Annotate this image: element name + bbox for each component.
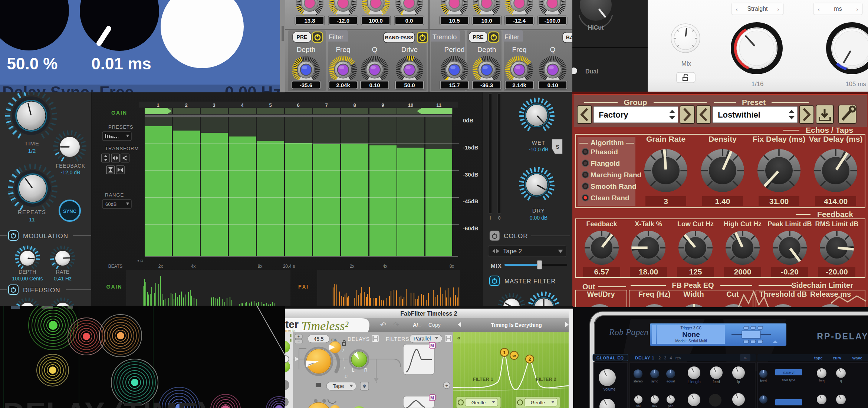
svg-text:-36.3: -36.3 — [480, 82, 493, 88]
svg-text:♪: ♪ — [343, 365, 346, 371]
svg-text:GAIN: GAIN — [111, 110, 127, 116]
svg-text:Phasoid: Phasoid — [591, 148, 618, 156]
svg-text:REPEATS: REPEATS — [18, 209, 46, 215]
svg-text:state vf: state vf — [783, 371, 795, 375]
svg-text:Trigger 3 CC: Trigger 3 CC — [681, 326, 702, 330]
svg-text:10.5: 10.5 — [449, 17, 460, 24]
svg-text:15.7: 15.7 — [449, 82, 460, 88]
svg-text:Straight: Straight — [747, 6, 768, 12]
svg-text:Period: Period — [444, 46, 465, 53]
svg-text:feed: feed — [760, 379, 767, 383]
svg-text:-60dB: -60dB — [463, 225, 479, 231]
svg-text:feed: feed — [713, 380, 720, 384]
svg-text:tape: tape — [814, 356, 823, 360]
svg-text:RP-DELAY: RP-DELAY — [817, 332, 868, 341]
svg-text:Freq: Freq — [336, 46, 350, 53]
svg-text:5: 5 — [269, 102, 272, 108]
svg-text:414.00: 414.00 — [824, 197, 848, 205]
svg-text:-12.0: -12.0 — [337, 17, 349, 24]
svg-text:Depth: Depth — [297, 46, 316, 53]
svg-text:Drive: Drive — [401, 46, 418, 53]
svg-text:Factory: Factory — [599, 110, 628, 119]
svg-text:4: 4 — [241, 102, 244, 108]
svg-text:2000: 2000 — [734, 267, 752, 276]
svg-text:-12,0 dB: -12,0 dB — [61, 170, 80, 175]
svg-text:1/2: 1/2 — [28, 148, 36, 154]
svg-text:FILTER 2: FILTER 2 — [536, 376, 556, 382]
svg-text:Algorithm: Algorithm — [591, 139, 624, 147]
svg-text:Freq (Hz): Freq (Hz) — [638, 290, 671, 298]
svg-text:‹: ‹ — [818, 6, 820, 12]
svg-text:0,00 dB: 0,00 dB — [530, 215, 548, 221]
svg-text:FEEDBACK: FEEDBACK — [56, 163, 85, 169]
svg-text:❄: ❄ — [362, 384, 366, 389]
svg-text:None: None — [682, 330, 700, 338]
svg-text:TRANSFORM: TRANSFORM — [105, 146, 139, 151]
svg-text:2x: 2x — [350, 264, 355, 269]
svg-text:Mix: Mix — [681, 60, 691, 67]
svg-text:-12.4: -12.4 — [513, 17, 526, 24]
svg-text:0,41 Hz: 0,41 Hz — [54, 276, 72, 282]
svg-text:Density: Density — [708, 135, 737, 143]
svg-text:125: 125 — [689, 267, 702, 276]
svg-text:PRE: PRE — [297, 34, 308, 40]
svg-text:M: M — [430, 343, 434, 348]
svg-text:Gentle: Gentle — [531, 400, 545, 405]
svg-text:DEPTH: DEPTH — [19, 269, 36, 275]
svg-text:50.0 %: 50.0 % — [7, 55, 58, 73]
svg-text:18.00: 18.00 — [639, 267, 658, 276]
svg-text:FXI: FXI — [298, 284, 309, 290]
svg-text:MODULATION: MODULATION — [23, 233, 68, 240]
svg-text:60dB: 60dB — [105, 201, 116, 207]
svg-text:50.0: 50.0 — [404, 82, 415, 88]
svg-text:SYNC: SYNC — [63, 208, 77, 214]
svg-text:Dual: Dual — [585, 68, 598, 75]
svg-text:31.00: 31.00 — [769, 197, 789, 205]
svg-text:DIFFUSION: DIFFUSION — [23, 287, 60, 294]
svg-text:X-Talk %: X-Talk % — [635, 220, 662, 228]
svg-text:FB Peak EQ: FB Peak EQ — [672, 281, 714, 289]
svg-text:2: 2 — [185, 102, 187, 108]
svg-text:13.8: 13.8 — [304, 17, 315, 24]
svg-text:100.0: 100.0 — [369, 17, 383, 24]
svg-text:TIME: TIME — [24, 140, 39, 147]
svg-text:pan: pan — [668, 404, 673, 408]
svg-text:2: 2 — [528, 356, 531, 362]
svg-text:A/B: A/B — [413, 322, 422, 328]
svg-text:20.4 s: 20.4 s — [283, 264, 295, 269]
svg-text:-0.20: -0.20 — [781, 267, 799, 276]
svg-text:Threshold dB: Threshold dB — [759, 290, 807, 298]
svg-text:↶: ↶ — [380, 321, 386, 329]
svg-text:-30dB: -30dB — [463, 171, 479, 178]
svg-text:WET: WET — [532, 139, 545, 146]
svg-text:1: 1 — [157, 102, 159, 108]
svg-text:Lostwithiel: Lostwithiel — [718, 110, 760, 119]
svg-text:105 ms: 105 ms — [845, 80, 866, 88]
svg-text:+: + — [297, 335, 300, 339]
svg-text:Q: Q — [372, 46, 378, 53]
svg-text:q: q — [840, 379, 842, 383]
svg-text:Filter: Filter — [504, 33, 519, 41]
svg-text:Wet/Dry: Wet/Dry — [587, 290, 615, 298]
svg-text:Smooth Rand: Smooth Rand — [591, 182, 637, 190]
svg-text:4x: 4x — [383, 264, 388, 269]
svg-text:GLOBAL EQ: GLOBAL EQ — [596, 356, 624, 360]
svg-text:1.40: 1.40 — [715, 197, 730, 205]
svg-text:1/16: 1/16 — [751, 80, 763, 88]
svg-text:6.57: 6.57 — [594, 267, 609, 276]
svg-text:2.04k: 2.04k — [336, 82, 350, 88]
svg-text:3: 3 — [664, 197, 668, 205]
svg-text:Timeless²: Timeless² — [301, 319, 349, 333]
svg-text:1: 1 — [503, 350, 506, 355]
svg-text:6: 6 — [297, 102, 299, 108]
svg-text:0.0: 0.0 — [405, 17, 413, 24]
svg-text:-20.00: -20.00 — [826, 267, 848, 276]
svg-text:S: S — [556, 144, 559, 150]
svg-text:2x: 2x — [158, 264, 163, 269]
svg-text:RANGE: RANGE — [105, 192, 124, 198]
svg-text:DELAY 1: DELAY 1 — [635, 356, 654, 360]
svg-text:sync: sync — [651, 379, 658, 383]
svg-text:● ⊟: ● ⊟ — [137, 259, 143, 263]
svg-text:∞: ∞ — [512, 353, 516, 358]
svg-text:-45dB: -45dB — [463, 198, 479, 204]
